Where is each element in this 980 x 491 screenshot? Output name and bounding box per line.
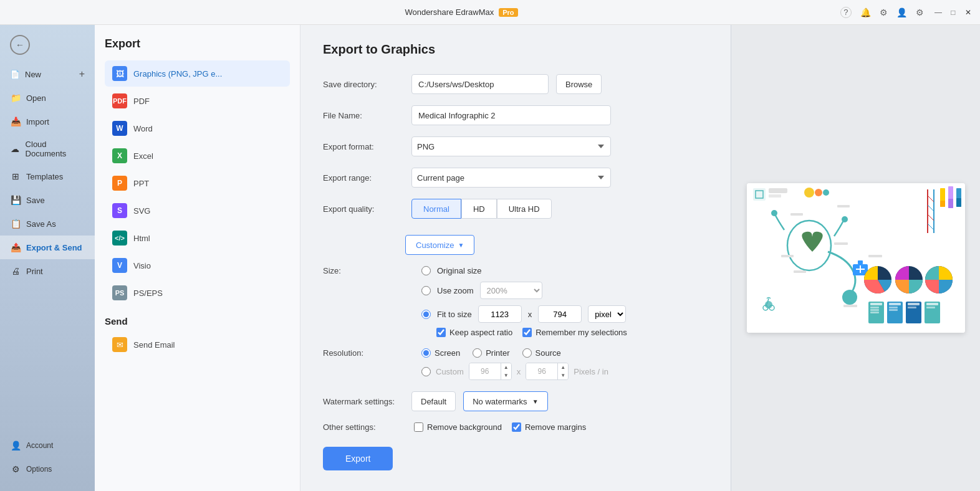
fit-width-input[interactable] xyxy=(478,305,522,323)
back-circle-icon[interactable]: ← xyxy=(10,35,30,55)
sidebar-item-save[interactable]: 💾 Save xyxy=(0,188,95,212)
customize-button[interactable]: Customize ▼ xyxy=(405,235,474,255)
export-range-select[interactable]: Current page All pages Selected pages xyxy=(411,168,611,188)
size-usezoom-radio[interactable] xyxy=(421,286,431,295)
size-usezoom-option: Use zoom 200% 100% 150% xyxy=(421,282,627,299)
res1-up-button[interactable]: ▲ xyxy=(501,363,511,371)
remember-selections-checkbox[interactable] xyxy=(522,328,532,337)
remove-margins-option: Remove margins xyxy=(512,422,586,432)
send-title: Send xyxy=(105,316,290,327)
res-printer-radio[interactable] xyxy=(473,348,482,358)
watermark-select[interactable]: No watermarks ▼ xyxy=(463,391,547,411)
res2-down-button[interactable]: ▼ xyxy=(558,371,568,379)
aspect-row: Keep aspect ratio Remember my selections xyxy=(411,328,627,337)
file-name-input[interactable] xyxy=(411,105,611,125)
export-nav-item-svg[interactable]: S SVG xyxy=(105,198,290,224)
sidebar-item-new[interactable]: 📄 New + xyxy=(0,62,95,86)
sidebar-label-new: New xyxy=(25,70,41,79)
res-screen-radio[interactable] xyxy=(421,348,431,358)
sidebar-item-import[interactable]: 📥 Import xyxy=(0,110,95,133)
res2-up-button[interactable]: ▲ xyxy=(558,363,568,371)
export-button[interactable]: Export xyxy=(323,447,393,470)
keep-aspect-item: Keep aspect ratio xyxy=(436,328,512,337)
sidebar-item-export[interactable]: 📤 Export & Send xyxy=(0,236,95,259)
browse-button[interactable]: Browse xyxy=(556,74,602,94)
saveas-icon: 📋 xyxy=(10,218,21,229)
watermark-default-button[interactable]: Default xyxy=(411,391,456,411)
sidebar-label-open: Open xyxy=(26,93,46,103)
settings-icon[interactable]: ⚙ xyxy=(916,7,924,17)
bell-icon[interactable]: 🔔 xyxy=(860,7,871,17)
close-button[interactable]: ✕ xyxy=(964,8,973,17)
sidebar-item-options[interactable]: ⚙ Options xyxy=(0,457,95,481)
res-value1-input[interactable] xyxy=(469,363,501,379)
resolution-row: Resolution: Screen Printer S xyxy=(323,348,708,380)
new-plus-icon[interactable]: + xyxy=(79,69,85,80)
keep-aspect-checkbox[interactable] xyxy=(436,328,446,337)
res-value2-input[interactable] xyxy=(526,363,557,379)
res-x-separator: x xyxy=(517,367,521,376)
export-panel-title: Export xyxy=(105,37,290,50)
res-custom-radio[interactable] xyxy=(421,367,431,376)
export-range-row: Export range: Current page All pages Sel… xyxy=(323,168,708,188)
svg-rect-42 xyxy=(926,303,938,305)
quality-ultrahd-button[interactable]: Ultra HD xyxy=(497,199,552,219)
send-email-label: Send Email xyxy=(133,340,175,350)
quality-hd-button[interactable]: HD xyxy=(461,199,497,219)
profile-icon[interactable]: ⚙ xyxy=(880,7,888,17)
export-nav-item-html[interactable]: </> Html xyxy=(105,225,290,251)
watermark-value: No watermarks xyxy=(473,397,527,406)
fit-height-input[interactable] xyxy=(538,305,582,323)
user-icon[interactable]: 👤 xyxy=(896,7,907,17)
export-nav-item-graphics[interactable]: 🖼 Graphics (PNG, JPG e... xyxy=(105,60,290,87)
zoom-select[interactable]: 200% 100% 150% xyxy=(480,282,542,299)
svg-rect-19 xyxy=(956,198,961,207)
sidebar-label-import: Import xyxy=(26,117,49,126)
res1-down-button[interactable]: ▼ xyxy=(501,371,511,379)
sidebar-label-templates: Templates xyxy=(26,172,63,181)
other-label: Other settings: xyxy=(323,422,404,432)
svg-rect-43 xyxy=(926,307,935,308)
size-original-radio[interactable] xyxy=(421,266,431,275)
res-screen-option: Screen xyxy=(421,348,460,358)
back-button[interactable]: ← xyxy=(0,30,95,60)
sidebar-item-cloud[interactable]: ☁ Cloud Documents xyxy=(0,133,95,164)
content-area: Export to Graphics Save directory: Brows… xyxy=(300,25,980,491)
app-name: Wondershare EdrawMax xyxy=(405,7,494,17)
maximize-button[interactable]: □ xyxy=(949,8,958,17)
save-directory-input[interactable] xyxy=(411,74,549,94)
send-email-item[interactable]: ✉ Send Email xyxy=(105,331,290,358)
remove-margins-checkbox[interactable] xyxy=(512,422,521,432)
export-nav-item-word[interactable]: W Word xyxy=(105,115,290,141)
sidebar-item-saveas[interactable]: 📋 Save As xyxy=(0,212,95,236)
svg-rect-37 xyxy=(889,303,901,305)
export-nav-item-visio[interactable]: V Visio xyxy=(105,252,290,279)
export-nav-item-pseps[interactable]: PS PS/EPS xyxy=(105,280,290,306)
help-icon[interactable]: ? xyxy=(840,7,852,18)
export-format-select[interactable]: PNG JPG BMP GIF TIFF SVG xyxy=(411,136,611,156)
minimize-button[interactable]: — xyxy=(934,8,943,17)
save-directory-label: Save directory: xyxy=(323,80,404,89)
sidebar-label-export: Export & Send xyxy=(26,243,82,252)
export-nav-item-ppt[interactable]: P PPT xyxy=(105,170,290,196)
options-icon: ⚙ xyxy=(10,464,21,475)
res-source-option: Source xyxy=(522,348,561,358)
remove-bg-checkbox[interactable] xyxy=(414,422,423,432)
sidebar-item-templates[interactable]: ⊞ Templates xyxy=(0,164,95,188)
sidebar-item-account[interactable]: 👤 Account xyxy=(0,434,95,457)
sidebar-label-saveas: Save As xyxy=(26,219,56,229)
watermark-label: Watermark settings: xyxy=(323,397,404,406)
quality-normal-button[interactable]: Normal xyxy=(411,199,461,219)
res-source-radio[interactable] xyxy=(522,348,532,358)
svg-rect-48 xyxy=(837,205,850,207)
size-original-option: Original size xyxy=(421,266,627,275)
sidebar-label-print: Print xyxy=(26,267,43,276)
res-printer-option: Printer xyxy=(473,348,509,358)
size-fitto-radio[interactable] xyxy=(421,310,431,319)
resolution-options: Screen Printer Source xyxy=(411,348,608,358)
export-nav-item-excel[interactable]: X Excel xyxy=(105,143,290,169)
export-nav-item-pdf[interactable]: PDF PDF xyxy=(105,88,290,114)
sidebar-item-open[interactable]: 📁 Open xyxy=(0,86,95,110)
fit-unit-select[interactable]: pixel mm cm inch xyxy=(588,305,626,323)
sidebar-item-print[interactable]: 🖨 Print xyxy=(0,259,95,283)
